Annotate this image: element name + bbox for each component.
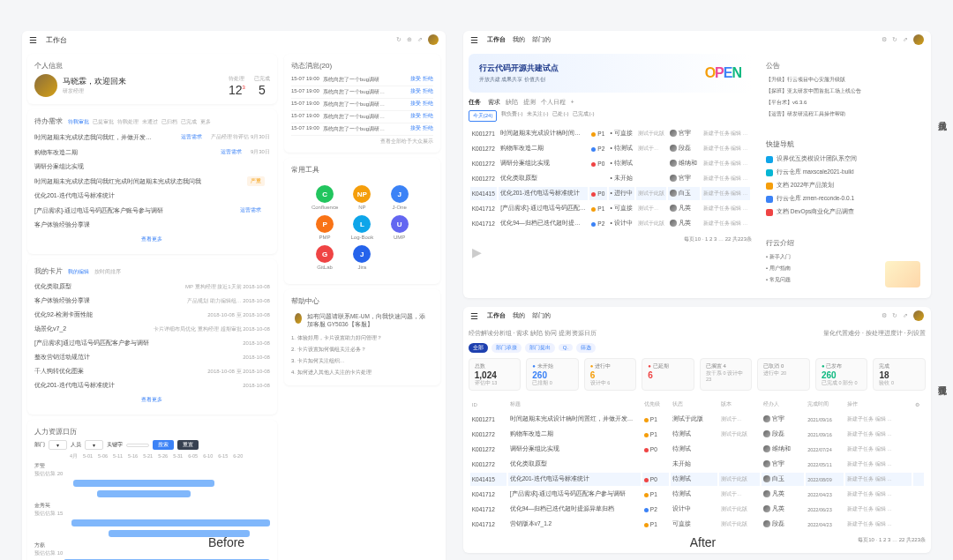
filter-pill[interactable]: 筛选 (576, 343, 596, 353)
announce-item[interactable]: 【升级】行云项目中心安服升级版 (766, 74, 919, 86)
cards-tab-1[interactable]: 我的编辑 (68, 268, 89, 276)
filter-pill[interactable]: Q. (559, 344, 573, 351)
col-header[interactable]: 优先级 (642, 398, 669, 411)
quicknav-item[interactable]: 行云仓库 maxscale2021-build (766, 166, 919, 179)
filter-person-select[interactable]: ▾ (85, 440, 103, 450)
task-row[interactable]: K041415优化201-迭代电话号标准统计P0待测试测试于此版白玉2022/0… (470, 473, 924, 486)
task-tab[interactable]: 需求 (488, 99, 500, 107)
member-pager[interactable]: 每页10 · 1 2 3 … 22 共223条 (469, 232, 752, 247)
message-row[interactable]: 15-07 19:00系统向您了一个bug调研接受 拒绝 (291, 74, 433, 86)
todo-tab[interactable]: 已完成 (181, 118, 197, 126)
header-tab[interactable]: 工作台 (487, 311, 506, 320)
tool-item[interactable]: LLog-Book (346, 215, 378, 240)
todo-row[interactable]: 客户体验经验分享课 (34, 218, 270, 232)
col-header[interactable]: ⚙ (913, 398, 924, 411)
hamburger-icon[interactable]: ☰ (470, 311, 478, 321)
task-row[interactable]: K001272购物车改造二期P1待测试测试于此版段磊2021/09/16新建子任… (470, 428, 924, 441)
gear-icon[interactable]: ⚙ (882, 312, 887, 319)
help-link[interactable]: 4. 如何进入其他人关注的卡片处理 (291, 367, 433, 378)
task-row[interactable]: K001272调研分案组比实现P0• 待测试维纳和新建子任务 编辑 … (470, 157, 750, 170)
notify-icon[interactable]: ⊕ (407, 36, 412, 43)
quicknav-item[interactable]: 文档 DevOps商业化产品调查 (766, 205, 919, 219)
card-row[interactable]: 场景化v7_2卡片详细布局优化 重构经理 超期审批 2018-10-08 (34, 322, 270, 336)
todo-tab[interactable]: 已归档 (161, 118, 177, 126)
tool-item[interactable]: UUMP (383, 215, 415, 240)
message-row[interactable]: 15-07 19:00系统向您了一个bug调研…接受 拒绝 (291, 99, 433, 111)
col-header[interactable]: 版本 (719, 398, 760, 411)
refresh-icon[interactable]: ↻ (892, 36, 897, 43)
quicknav-item[interactable]: 文档 2022年产品策划 (766, 179, 919, 192)
search-button[interactable]: 搜索 (153, 440, 174, 450)
filter-key-input[interactable] (126, 444, 149, 447)
link-icon[interactable]: ⇗ (903, 312, 908, 319)
col-header[interactable]: 完成时间 (806, 398, 844, 411)
task-row[interactable]: K041712[产品需求]-通过电话号码匹配客户参与调研P1• 可直接测试于…凡… (470, 202, 750, 215)
filter-pill[interactable]: 部门承接 (492, 343, 522, 353)
hamburger-icon[interactable]: ☰ (470, 35, 478, 45)
header-tab[interactable]: 我的 (513, 35, 525, 44)
todo-row[interactable]: 时间超期未完成状态我问我红，并做开发…运营需求产品经理 待评估 9月30日 (34, 130, 270, 145)
tool-item[interactable]: CConfluence (309, 185, 341, 210)
card-row[interactable]: 优化92-检测卡面性能2018-10-08 至 2018-10-08 (34, 308, 270, 322)
task-row[interactable]: K001271时间超期未完成设计稿时间置红，并做开…P1• 可直接测试于此版官宇… (470, 127, 750, 140)
help-link[interactable]: 2. 卡片设置如何偶组关注必务？ (291, 344, 433, 355)
tool-item[interactable]: JJ-One (383, 185, 415, 210)
filter-tab[interactable]: 已处(-) (552, 110, 568, 122)
announce-item[interactable]: 【探班】亚太研发中国首批工场上线公告 (766, 86, 919, 97)
todo-row[interactable]: 调研分案组比实现 (34, 160, 270, 174)
todo-tab[interactable]: 待我处理 (117, 118, 139, 126)
cards-more-link[interactable]: 查看更多 (34, 392, 270, 407)
task-tab[interactable]: + (571, 99, 574, 107)
todo-row[interactable]: 购物车改造二期运营需求9月30日 (34, 145, 270, 160)
todo-row[interactable]: 优化201-迭代电话号标准统计 (34, 189, 270, 203)
card-row[interactable]: [产品需求]通过电话号码匹配客户参与调研2018-10-08 (34, 336, 270, 350)
filter-tab[interactable]: 已完成(-) (573, 110, 594, 122)
header-tab[interactable]: 部门的 (532, 311, 551, 320)
tool-item[interactable]: PPMP (309, 215, 341, 240)
task-tab[interactable]: 提测 (523, 99, 536, 107)
quicknav-item[interactable]: 行云仓库 zmen-reconde-0.0.1 (766, 192, 919, 205)
task-row[interactable]: K001271时间超期未完成设计稿时间置红，并做开发…P1测试于此版测试于…官宇… (470, 413, 924, 426)
header-tab[interactable]: 我的 (513, 311, 525, 320)
announce-item[interactable]: 【平台术】v6.3.6 (766, 97, 919, 108)
col-header[interactable]: 经办人 (762, 398, 804, 411)
reset-button[interactable]: 重置 (177, 440, 199, 450)
header-tab[interactable]: 部门的 (532, 35, 551, 44)
history-icon[interactable]: ↻ (396, 36, 401, 43)
col-header[interactable]: 标题 (508, 398, 641, 411)
gear-icon[interactable]: ⚙ (882, 36, 887, 43)
hamburger-icon[interactable]: ☰ (29, 35, 37, 45)
announce-item[interactable]: 【运营】研发研流程工具操作帮助 (766, 108, 919, 120)
todo-more-link[interactable]: 查看更多 (34, 232, 270, 247)
todo-tab[interactable]: 已提审批 (93, 118, 114, 126)
link-icon[interactable]: ⇗ (903, 36, 908, 43)
user-avatar[interactable] (913, 310, 924, 321)
tool-item[interactable]: JJira (346, 245, 378, 270)
todo-tab[interactable]: 未通过 (142, 118, 158, 126)
task-row[interactable]: K041712[产品需求]-通过电话号码匹配客户参与调研P1待测试测试于…凡英2… (470, 488, 924, 501)
cards-tab-2[interactable]: 按时间排序 (94, 268, 121, 276)
tool-item[interactable]: GGitLab (309, 245, 341, 270)
card-row[interactable]: 优化类取原型MP 重构经理 接近1天前 2018-10-08 (34, 280, 270, 294)
message-row[interactable]: 15-07 19:00系统向您了一个bug调研…接受 拒绝 (291, 123, 433, 136)
filter-tab[interactable]: 今天(24) (469, 110, 498, 122)
link-icon[interactable]: ⇗ (417, 36, 423, 43)
task-row[interactable]: K001272优化类取原型未开始官宇2022/05/11新建子任务 编辑 … (470, 458, 924, 471)
message-row[interactable]: 15-07 19:00系统向您了一个bug调研…接受 拒绝 (291, 111, 433, 123)
card-row[interactable]: 千人狗转优化图案2018-10-08 至 2018-10-08 (34, 364, 270, 378)
task-row[interactable]: K041712优化94—归档已迭代超时提源异草归档P2• 设计中测试于此版凡英新… (470, 217, 750, 230)
task-tab[interactable]: 缺陷 (506, 99, 518, 107)
filter-tab[interactable]: 未关注(-) (527, 110, 548, 122)
card-row[interactable]: 整改营销活动规范计2018-10-08 (34, 350, 270, 364)
help-link[interactable]: 3. 卡片如何关注组织… (291, 355, 433, 367)
task-tab[interactable]: 个人日程 (541, 99, 566, 107)
todo-tab[interactable]: 待我审批 (68, 118, 89, 126)
filter-pill[interactable]: 部门提出 (525, 343, 555, 353)
task-row[interactable]: K041712优化94—归档已迭代超时提源异草归档P2设计中测试于此版凡英202… (470, 503, 924, 516)
col-header[interactable]: 状态 (671, 398, 717, 411)
filter-tab[interactable]: 我负责(-) (501, 110, 522, 122)
todo-tab[interactable]: 更多 (200, 118, 211, 126)
col-header[interactable]: 操作 (845, 398, 911, 411)
card-row[interactable]: 优化201-迭代电话号标准统计2018-10-08 (34, 378, 270, 392)
card-row[interactable]: 客户体验经验分享课产品规划 助力编辑组… 2018-10-08 (34, 294, 270, 308)
